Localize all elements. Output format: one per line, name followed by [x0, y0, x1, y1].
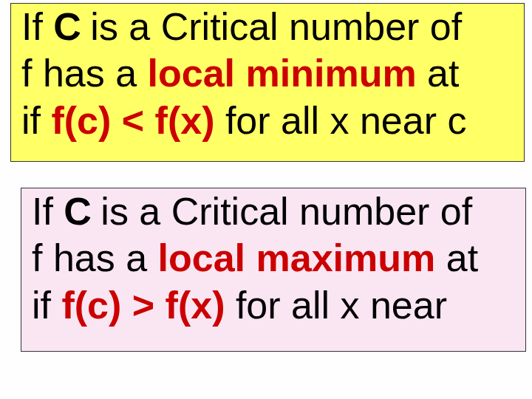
- text: is a Critical number of: [80, 5, 462, 48]
- max-line-3: if f(c) > f(x) for all x near: [32, 282, 519, 329]
- text: for all x near c: [214, 99, 466, 142]
- local-minimum-label: local minimum: [148, 52, 417, 95]
- text: at: [435, 236, 478, 279]
- max-inequality: f(c) > f(x): [61, 284, 225, 327]
- min-line-2: f has a local minimum at: [21, 50, 518, 97]
- text: if: [32, 284, 61, 327]
- text: is a Critical number of: [90, 190, 472, 233]
- text: If: [21, 5, 53, 48]
- local-maximum-definition: If C is a Critical number of f has a loc…: [21, 188, 526, 352]
- critical-c: C: [53, 5, 80, 48]
- max-line-2: f has a local maximum at: [32, 235, 519, 282]
- text: for all x near: [225, 284, 447, 327]
- critical-c: C: [64, 190, 90, 233]
- local-maximum-label: local maximum: [158, 236, 436, 279]
- text: If: [32, 190, 64, 233]
- text: if: [21, 99, 51, 142]
- min-line-1: If C is a Critical number of: [21, 4, 518, 50]
- min-line-3: if f(c) < f(x) for all x near c: [21, 98, 518, 144]
- min-inequality: f(c) < f(x): [51, 99, 214, 142]
- text: at: [417, 52, 460, 95]
- max-line-1: If C is a Critical number of: [32, 188, 519, 235]
- text: f has a: [32, 236, 158, 279]
- local-minimum-definition: If C is a Critical number of f has a loc…: [10, 3, 525, 162]
- text: f has a: [21, 52, 148, 95]
